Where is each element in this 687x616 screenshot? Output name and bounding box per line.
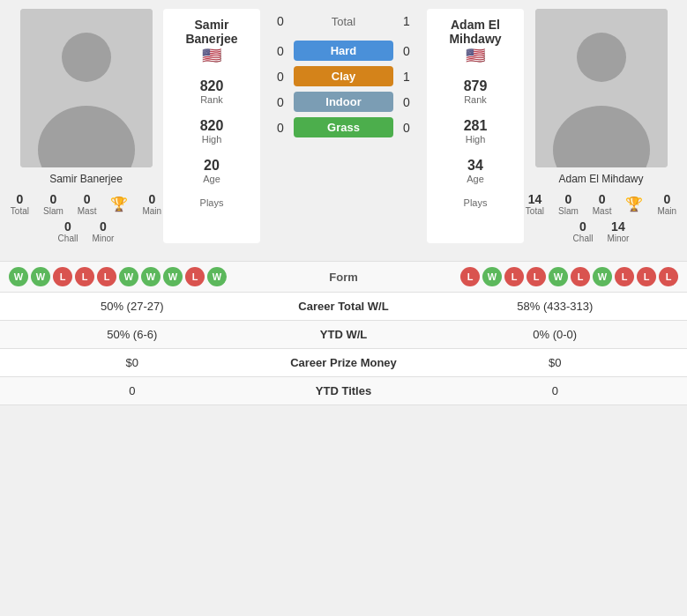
player1-total-stat: 0 Total — [11, 192, 29, 216]
player1-header-name: Samir Banerjee 🇺🇸 — [172, 18, 251, 65]
indoor-p2-score: 0 — [393, 95, 420, 109]
form-badge-p1: W — [163, 267, 183, 286]
svg-point-4 — [577, 33, 626, 82]
stats-row: $0Career Prize Money$0 — [0, 349, 687, 377]
bottom-section: WWLLLWWWLW Form LWLLWLWLLL 50% (27-27)Ca… — [0, 261, 687, 405]
player2-rank-item: 879 Rank — [436, 78, 515, 105]
player2-age-item: 34 Age — [436, 158, 515, 184]
player1-flag: 🇺🇸 — [202, 47, 221, 64]
total-p2-score: 1 — [393, 14, 420, 28]
clay-badge: Clay — [294, 66, 393, 86]
grass-p2-score: 0 — [393, 121, 420, 135]
stats-row-label: YTD Titles — [256, 384, 432, 397]
player1-stats-grid: 0 Total 0 Slam 0 Mast 🏆 0 Main 0 Chall — [9, 192, 163, 243]
hard-p1-score: 0 — [267, 44, 294, 58]
stats-row: 50% (6-6)YTD W/L0% (0-0) — [0, 321, 687, 349]
form-row: WWLLLWWWLW Form LWLLWLWLLL — [0, 261, 687, 293]
stats-row: 0YTD Titles0 — [0, 377, 687, 405]
player1-chall-stat: 0 Chall — [58, 219, 78, 243]
total-p1-score: 0 — [267, 14, 294, 28]
stats-value-left: 50% (27-27) — [9, 300, 256, 313]
form-badge-p1: W — [141, 267, 161, 286]
player1-plays-item: Plays — [172, 197, 251, 208]
form-badge-p2: L — [504, 267, 524, 286]
center-section: Samir Banerjee 🇺🇸 820 Rank 820 High 20 A… — [163, 9, 524, 243]
stats-value-right: 58% (433-313) — [432, 300, 679, 313]
form-badge-p2: L — [637, 267, 656, 286]
clay-row: 0 Clay 1 — [267, 66, 420, 86]
player2-trophy: 🏆 — [625, 192, 643, 216]
form-badge-p2: L — [526, 267, 546, 286]
player1-form-badges: WWLLLWWWLW — [9, 267, 287, 286]
form-badge-p2: W — [482, 267, 502, 286]
svg-point-1 — [62, 33, 111, 82]
stats-table: 50% (27-27)Career Total W/L58% (433-313)… — [0, 293, 687, 405]
stats-row-label: YTD W/L — [256, 328, 432, 341]
player1-trophy: 🏆 — [110, 192, 128, 216]
player2-card: Adam El Mihdawy 14 Total 0 Slam 0 Mast 🏆… — [524, 9, 678, 243]
player1-rank-item: 820 Rank — [172, 78, 251, 105]
form-badge-p1: W — [31, 267, 50, 286]
player1-mast-stat: 0 Mast — [78, 192, 97, 216]
player2-main-stat: 0 Main — [657, 192, 676, 216]
player1-age-value: 20 — [172, 158, 251, 174]
stats-value-right: 0% (0-0) — [432, 328, 679, 341]
form-badge-p1: L — [185, 267, 205, 286]
form-badge-p2: L — [615, 267, 634, 286]
player2-plays-item: Plays — [436, 197, 515, 208]
player1-rank-value: 820 — [172, 78, 251, 94]
player2-form-badges: LWLLWLWLLL — [401, 267, 679, 286]
stats-row-label: Career Total W/L — [256, 300, 432, 313]
stats-value-right: $0 — [432, 356, 679, 369]
form-badge-p1: W — [207, 267, 227, 286]
player2-minor-stat: 14 Minor — [607, 219, 629, 243]
player2-chall-stat: 0 Chall — [573, 219, 594, 243]
form-badge-p2: W — [549, 267, 568, 286]
stats-value-left: 0 — [9, 384, 256, 397]
player1-slam-stat: 0 Slam — [43, 192, 63, 216]
player2-high-value: 281 — [436, 118, 515, 134]
player2-stats-grid: 14 Total 0 Slam 0 Mast 🏆 0 Main 0 Chall — [524, 192, 678, 243]
player2-name: Adam El Mihdawy — [558, 173, 643, 185]
player2-header-name: Adam El Mihdawy 🇺🇸 — [436, 18, 515, 65]
stats-row-label: Career Prize Money — [256, 356, 432, 369]
player1-age-item: 20 Age — [172, 158, 251, 184]
hard-row: 0 Hard 0 — [267, 41, 420, 61]
player1-detail-card: Samir Banerjee 🇺🇸 820 Rank 820 High 20 A… — [163, 9, 260, 243]
indoor-p1-score: 0 — [267, 95, 294, 109]
stats-row: 50% (27-27)Career Total W/L58% (433-313) — [0, 293, 687, 321]
player2-rank-value: 879 — [436, 78, 515, 94]
form-badge-p2: L — [571, 267, 590, 286]
player1-card: Samir Banerjee 0 Total 0 Slam 0 Mast 🏆 0… — [9, 9, 163, 243]
stats-value-left: $0 — [9, 356, 256, 369]
grass-row: 0 Grass 0 — [267, 117, 420, 137]
player1-photo — [20, 9, 153, 167]
court-section: 0 Total 1 0 Hard 0 0 Clay 1 0 Indoor 0 0 — [267, 9, 420, 243]
form-badge-p1: L — [53, 267, 72, 286]
form-badge-p2: L — [460, 267, 480, 286]
player2-flag: 🇺🇸 — [466, 47, 485, 64]
form-badge-p1: W — [9, 267, 28, 286]
form-badge-p2: W — [593, 267, 612, 286]
player1-high-value: 820 — [172, 118, 251, 134]
clay-p2-score: 1 — [393, 70, 420, 84]
player1-minor-stat: 0 Minor — [92, 219, 114, 243]
clay-p1-score: 0 — [267, 70, 294, 84]
top-section: Samir Banerjee 0 Total 0 Slam 0 Mast 🏆 0… — [0, 0, 687, 252]
grass-p1-score: 0 — [267, 121, 294, 135]
player1-high-item: 820 High — [172, 118, 251, 145]
player1-main-stat: 0 Main — [142, 192, 161, 216]
form-badge-p1: W — [119, 267, 138, 286]
player2-total-stat: 14 Total — [526, 192, 544, 216]
player1-name: Samir Banerjee — [49, 173, 123, 185]
hard-p2-score: 0 — [393, 44, 420, 58]
total-row: 0 Total 1 — [267, 9, 420, 33]
indoor-badge: Indoor — [294, 92, 393, 112]
stats-value-right: 0 — [432, 384, 679, 397]
hard-badge: Hard — [294, 41, 393, 61]
player2-slam-stat: 0 Slam — [558, 192, 579, 216]
form-badge-p1: L — [75, 267, 94, 286]
player2-age-value: 34 — [436, 158, 515, 174]
form-badge-p2: L — [659, 267, 678, 286]
form-badge-p1: L — [97, 267, 116, 286]
